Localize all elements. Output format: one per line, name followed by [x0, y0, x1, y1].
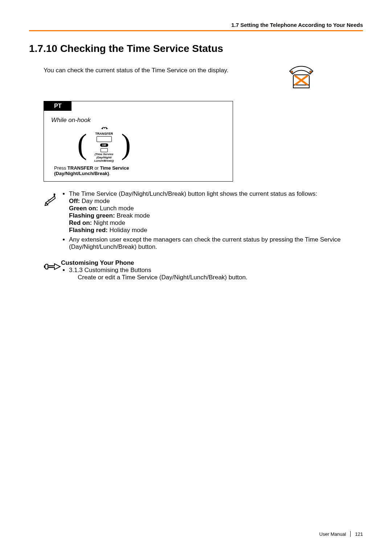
footer-divider	[350, 531, 351, 537]
text: Holiday mode	[108, 227, 147, 234]
text: 3.1.3 Customising the Buttons	[69, 267, 151, 274]
note-bullet: Any extension user except the managers c…	[69, 236, 363, 251]
footer-label: User Manual	[319, 531, 346, 537]
button-stack: ↶↷ TRANSFER OR (Time Service (Day/Night/…	[88, 126, 121, 162]
running-header: 1.7 Setting the Telephone According to Y…	[29, 22, 363, 28]
section-title: 1.7.10 Checking the Time Service Status	[29, 43, 363, 54]
text: Break mode	[115, 212, 150, 219]
text-bold: TRANSFER	[68, 165, 93, 171]
note-icon	[44, 190, 61, 208]
svg-point-1	[310, 71, 312, 73]
text: Day mode	[80, 198, 110, 204]
or-pill: OR	[100, 143, 108, 147]
transfer-button-icon	[97, 136, 112, 142]
note-bullet: The Time Service (Day/Night/Lunch/Break)…	[69, 190, 363, 234]
document-page: 1.7 Setting the Telephone According to Y…	[0, 0, 392, 555]
text-bold: Green on:	[69, 205, 98, 212]
transfer-label: TRANSFER	[95, 132, 113, 135]
header-rule	[29, 30, 363, 31]
left-brace-icon: (	[77, 130, 87, 159]
customising-block: Customising Your Phone 3.1.3 Customising…	[44, 259, 363, 283]
svg-point-0	[291, 71, 293, 73]
text: The Time Service (Day/Night/Lunch/Break)…	[69, 190, 317, 197]
customising-bullet: 3.1.3 Customising the Buttons Create or …	[69, 267, 363, 281]
right-brace-icon: )	[121, 130, 131, 159]
pt-body: While on-hook ( ↶↷ TRANSFER OR (Time Ser…	[44, 111, 233, 181]
text-bold: (Day/Night/Lunch/Break)	[54, 171, 109, 176]
text-bold: Red on:	[69, 219, 92, 226]
text-bold: Flashing green:	[69, 212, 115, 219]
ts-line: Lunch/Break))	[94, 159, 114, 163]
page-footer: User Manual 121	[319, 531, 363, 537]
time-service-button-icon	[101, 148, 108, 152]
text: Lunch mode	[98, 205, 134, 212]
page-number: 121	[355, 531, 363, 537]
pt-instruction: Press TRANSFER or Time Service (Day/Nigh…	[54, 165, 225, 176]
text: Press	[54, 165, 68, 171]
pt-subtitle: While on-hook	[51, 117, 225, 124]
note-content: The Time Service (Day/Night/Lunch/Break)…	[61, 190, 363, 253]
text-bold: Time Service	[100, 165, 129, 171]
intro-text: You can check the current status of the …	[29, 65, 228, 74]
text: .	[109, 171, 111, 176]
text-bold: Off:	[69, 198, 80, 204]
pt-procedure-box: PT While on-hook ( ↶↷ TRANSFER OR (Time …	[44, 101, 233, 182]
text: or	[93, 165, 100, 171]
customising-detail: Create or edit a Time Service (Day/Night…	[69, 274, 363, 281]
text-bold: Flashing red:	[69, 227, 108, 234]
text: Night mode	[92, 219, 125, 226]
pt-tab: PT	[44, 101, 72, 111]
transfer-arrow-icon: ↶↷	[101, 126, 107, 131]
pt-button-choice: ( ↶↷ TRANSFER OR (Time Service (Day/Nigh…	[77, 126, 225, 162]
intro-row: You can check the current status of the …	[29, 65, 363, 90]
pointing-hand-icon	[44, 259, 61, 274]
customising-content: Customising Your Phone 3.1.3 Customising…	[61, 259, 363, 283]
phone-crossed-icon	[287, 65, 316, 90]
status-note-block: The Time Service (Day/Night/Lunch/Break)…	[44, 190, 363, 253]
time-service-caption: (Time Service (Day/Night/ Lunch/Break))	[94, 153, 114, 162]
customising-heading: Customising Your Phone	[61, 259, 363, 267]
